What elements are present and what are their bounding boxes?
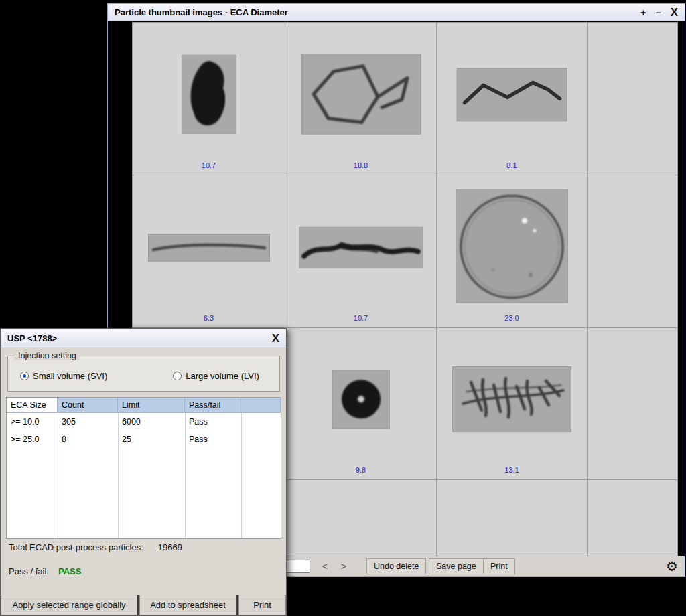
particle-thumbnail-dark-donut[interactable]	[332, 370, 390, 429]
particle-size-label: 8.1	[506, 161, 517, 169]
pass-fail-value: PASS	[58, 566, 81, 576]
header-eca-size: ECA Size	[7, 398, 58, 412]
particle-size-label: 10.7	[354, 314, 368, 322]
particle-thumbnail-loop-fiber[interactable]	[301, 54, 421, 135]
close-window-button[interactable]: X	[671, 7, 678, 18]
grid-cell: 10.7	[133, 23, 285, 175]
particle-thumbnail-wavy-fiber[interactable]	[299, 227, 423, 268]
cell-limit[interactable]: 25	[118, 431, 185, 448]
radio-small-volume-label: Small volume (SVI)	[33, 371, 107, 381]
particle-size-label: 23.0	[504, 314, 519, 322]
grid-cell: 8.1	[437, 23, 588, 175]
particle-size-label: 9.8	[356, 466, 366, 474]
zoom-in-button[interactable]: +	[640, 8, 646, 17]
desktop-background: Particle thumbnail images - ECA Diameter…	[0, 0, 686, 616]
radio-large-volume[interactable]: Large volume (LVI)	[173, 371, 259, 381]
usp-1788-dialog: USP <1788> X Injection setting Small vol…	[0, 328, 287, 616]
usp-button-bar: Apply selected range globally Add to spr…	[1, 595, 286, 615]
usp-results-table: ECA Size Count Limit Pass/fail >= 10.0 3…	[6, 397, 281, 539]
total-particles-label: Total ECAD post-process particles:	[9, 542, 143, 552]
header-empty	[241, 398, 281, 412]
grid-cell: 13.1	[437, 328, 588, 480]
particle-size-label: 18.8	[354, 161, 368, 169]
total-particles-value: 19669	[158, 542, 182, 552]
cell-limit[interactable]: 6000	[118, 413, 185, 431]
pass-fail-line: Pass / fail:PASS	[9, 566, 81, 576]
grid-cell	[588, 480, 678, 556]
add-to-spreadsheet-button[interactable]: Add to spreadsheet	[139, 595, 236, 615]
table-row[interactable]: >= 10.0 305 6000 Pass	[7, 413, 281, 431]
pass-fail-label: Pass / fail:	[9, 566, 49, 576]
prev-page-button[interactable]: <	[317, 559, 333, 574]
main-window-title: Particle thumbnail images - ECA Diameter	[115, 7, 288, 17]
usp-dialog-titlebar[interactable]: USP <1788> X	[1, 329, 286, 348]
settings-gear-icon[interactable]: ⚙	[666, 558, 678, 574]
usp-close-button[interactable]: X	[272, 333, 279, 344]
grid-cell	[588, 328, 678, 480]
injection-setting-label: Injection setting	[15, 351, 80, 360]
grid-cell: 18.8	[285, 23, 437, 175]
cell-pass-fail[interactable]: Pass	[185, 413, 241, 431]
radio-unselected-icon	[173, 372, 182, 380]
injection-setting-groupbox: Injection setting Small volume (SVI) Lar…	[7, 356, 280, 392]
print-page-button[interactable]: Print	[483, 558, 515, 574]
header-pass-fail: Pass/fail	[185, 398, 241, 412]
cell-pass-fail[interactable]: Pass	[185, 431, 241, 448]
grid-cell: 6.3	[133, 175, 285, 328]
particle-thumbnail-dark-blob[interactable]	[182, 55, 236, 134]
cell-empty	[241, 431, 281, 448]
grid-cell: 10.7	[285, 175, 437, 328]
cell-count[interactable]: 8	[58, 431, 118, 448]
next-page-button[interactable]: >	[336, 559, 352, 574]
table-row[interactable]: >= 25.0 8 25 Pass	[7, 431, 281, 448]
cell-count[interactable]: 305	[58, 413, 118, 431]
usp-dialog-title: USP <1788>	[7, 333, 57, 343]
particle-thumbnail-scribble-aggregate[interactable]	[452, 367, 571, 433]
particle-size-label: 10.7	[202, 161, 216, 169]
grid-cell	[588, 23, 678, 175]
save-page-button[interactable]: Save page	[429, 558, 484, 574]
usp-print-button[interactable]: Print	[238, 595, 286, 615]
apply-range-globally-button[interactable]: Apply selected range globally	[1, 595, 137, 615]
table-header-row: ECA Size Count Limit Pass/fail	[7, 398, 281, 413]
grid-cell	[285, 480, 437, 556]
undo-delete-button[interactable]: Undo delete	[366, 558, 426, 574]
particle-thumbnail-straight-fiber[interactable]	[148, 234, 270, 262]
radio-large-volume-label: Large volume (LVI)	[186, 371, 259, 381]
grid-cell	[588, 175, 678, 328]
particle-thumbnail-zigzag-fiber[interactable]	[457, 68, 567, 121]
radio-small-volume[interactable]: Small volume (SVI)	[20, 371, 107, 381]
grid-cell	[437, 480, 588, 556]
particle-size-label: 6.3	[204, 314, 214, 322]
particle-thumbnail-round-particle[interactable]	[456, 189, 568, 303]
header-limit: Limit	[118, 398, 185, 412]
zoom-out-button[interactable]: −	[655, 8, 661, 17]
cell-eca-size[interactable]: >= 10.0	[7, 413, 58, 431]
grid-cell: 9.8	[285, 328, 437, 480]
cell-eca-size[interactable]: >= 25.0	[7, 431, 58, 448]
grid-cell: 23.0	[437, 175, 588, 328]
main-window-titlebar[interactable]: Particle thumbnail images - ECA Diameter…	[108, 4, 685, 21]
cell-empty	[241, 413, 281, 431]
particle-size-label: 13.1	[504, 466, 519, 474]
radio-selected-icon	[20, 372, 29, 380]
header-count: Count	[58, 398, 118, 412]
page-number-input[interactable]	[285, 560, 310, 573]
total-particles-line: Total ECAD post-process particles:19669	[9, 542, 182, 552]
